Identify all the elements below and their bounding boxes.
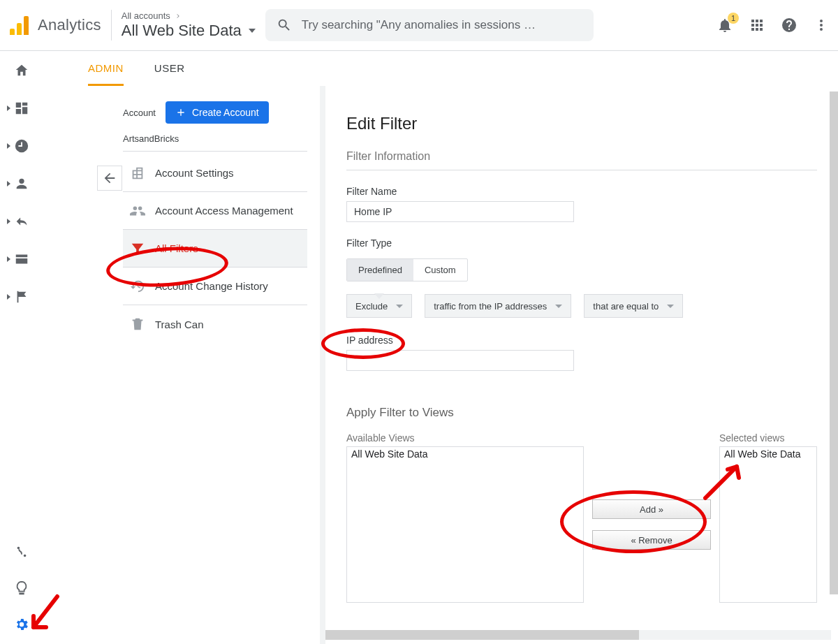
search-placeholder: Try searching "Any anomalies in sessions… bbox=[302, 18, 536, 32]
divider bbox=[123, 151, 307, 152]
list-item[interactable]: All Web Site Data bbox=[724, 448, 812, 460]
admin-tabs: ADMIN USER bbox=[68, 51, 838, 86]
rail-discover[interactable] bbox=[8, 577, 36, 599]
menu-label: Account Change History bbox=[155, 280, 268, 292]
chevron-right-icon bbox=[7, 294, 10, 300]
create-account-button[interactable]: Create Account bbox=[166, 101, 269, 124]
more-button[interactable] bbox=[813, 17, 830, 34]
dropdown-label: traffic from the IP addresses bbox=[434, 301, 547, 312]
ip-address-label: IP address bbox=[346, 335, 817, 346]
help-icon bbox=[781, 17, 797, 34]
horizontal-scrollbar[interactable] bbox=[325, 630, 831, 640]
menu-account-access[interactable]: Account Access Management bbox=[123, 192, 307, 230]
rail-acquisition[interactable] bbox=[8, 210, 36, 233]
filter-type-label: Filter Type bbox=[346, 237, 817, 249]
clock-icon bbox=[14, 138, 29, 154]
menu-all-filters[interactable]: All Filters bbox=[123, 230, 307, 268]
rail-conversions[interactable] bbox=[8, 286, 36, 308]
filter-type-predefined[interactable]: Predefined bbox=[347, 259, 413, 281]
toggle-indicator-icon bbox=[374, 293, 384, 299]
breadcrumb-title[interactable]: All Web Site Data bbox=[122, 22, 256, 40]
brand-name: Analytics bbox=[38, 16, 101, 34]
apps-button[interactable] bbox=[749, 17, 765, 34]
section-filter-info: Filter Information bbox=[346, 150, 817, 163]
menu-label: All Filters bbox=[155, 242, 198, 254]
scrollbar-thumb[interactable] bbox=[830, 92, 838, 594]
scrollbar-thumb[interactable] bbox=[325, 630, 639, 640]
rail-attribution[interactable] bbox=[8, 541, 36, 563]
people-icon bbox=[130, 203, 145, 219]
dashboard-icon bbox=[14, 101, 29, 116]
apps-grid-icon bbox=[749, 17, 765, 34]
building-icon bbox=[130, 166, 145, 181]
lightbulb-icon bbox=[14, 580, 29, 596]
remove-view-button[interactable]: « Remove bbox=[592, 530, 711, 550]
filter-name-input[interactable] bbox=[346, 201, 574, 222]
ip-address-input[interactable] bbox=[346, 350, 574, 371]
caret-down-icon bbox=[396, 305, 403, 308]
chevron-right-icon bbox=[7, 219, 10, 224]
search-icon bbox=[277, 17, 292, 33]
history-icon bbox=[130, 279, 145, 294]
caret-down-icon bbox=[555, 305, 562, 308]
rail-admin[interactable] bbox=[8, 613, 36, 636]
rail-audience[interactable] bbox=[8, 173, 36, 195]
help-button[interactable] bbox=[781, 17, 797, 34]
plus-icon bbox=[175, 107, 186, 118]
caret-down-icon bbox=[249, 29, 256, 33]
home-icon bbox=[14, 63, 29, 78]
notifications-button[interactable]: 1 bbox=[716, 17, 733, 34]
top-icons: 1 bbox=[716, 17, 830, 34]
trash-icon bbox=[130, 316, 145, 332]
dropdown-expression[interactable]: that are equal to bbox=[584, 294, 683, 318]
tab-admin[interactable]: ADMIN bbox=[88, 62, 124, 86]
admin-main: Account Create Account ArtsandBricks Acc… bbox=[68, 86, 838, 644]
create-account-label: Create Account bbox=[192, 107, 259, 118]
rail-realtime[interactable] bbox=[8, 135, 36, 157]
apply-filter-heading: Apply Filter to Views bbox=[346, 406, 817, 420]
selected-views-listbox[interactable]: All Web Site Data bbox=[719, 446, 817, 603]
more-vert-icon bbox=[813, 17, 830, 34]
predefined-filter-dropdowns: Exclude traffic from the IP addresses th… bbox=[346, 294, 817, 318]
search-box[interactable]: Try searching "Any anomalies in sessions… bbox=[265, 9, 594, 41]
chevron-right-icon bbox=[7, 256, 10, 262]
dropdown-label: Exclude bbox=[355, 301, 388, 312]
available-views-listbox[interactable]: All Web Site Data bbox=[346, 446, 584, 603]
menu-account-settings[interactable]: Account Settings bbox=[123, 154, 307, 192]
filter-type-toggle: Predefined Custom bbox=[346, 258, 468, 281]
analytics-logo-icon bbox=[10, 15, 29, 35]
caret-down-icon bbox=[667, 305, 674, 308]
filter-name-label: Filter Name bbox=[346, 186, 817, 197]
page-title: Edit Filter bbox=[346, 114, 817, 133]
brand-logo: Analytics bbox=[10, 15, 101, 35]
rail-reports[interactable] bbox=[8, 97, 36, 119]
flag-icon bbox=[14, 289, 29, 305]
menu-trash-can[interactable]: Trash Can bbox=[123, 305, 307, 343]
account-menu: Account Settings Account Access Manageme… bbox=[123, 154, 307, 343]
left-nav-rail bbox=[0, 51, 43, 644]
dropdown-traffic-source[interactable]: traffic from the IP addresses bbox=[425, 294, 571, 318]
rail-home[interactable] bbox=[8, 59, 36, 82]
dropdown-label: that are equal to bbox=[593, 301, 659, 312]
current-account-name: ArtsandBricks bbox=[123, 133, 307, 144]
menu-change-history[interactable]: Account Change History bbox=[123, 268, 307, 305]
back-button[interactable] bbox=[97, 166, 122, 191]
chevron-right-icon bbox=[7, 181, 10, 186]
card-icon bbox=[14, 251, 29, 267]
arrow-left-icon bbox=[102, 170, 117, 186]
list-item[interactable]: All Web Site Data bbox=[351, 448, 579, 460]
share-arrow-icon bbox=[14, 214, 29, 229]
available-views-label: Available Views bbox=[346, 432, 584, 444]
vertical-scrollbar[interactable] bbox=[830, 92, 838, 594]
account-view-selector[interactable]: All accounts All Web Site Data bbox=[122, 10, 256, 40]
add-view-button[interactable]: Add » bbox=[592, 499, 711, 519]
filter-type-custom[interactable]: Custom bbox=[413, 259, 467, 281]
gear-icon bbox=[14, 617, 29, 632]
breadcrumb-top: All accounts bbox=[122, 10, 256, 22]
admin-stage: ADMIN USER Account Create Account Artsan… bbox=[68, 51, 838, 644]
chevron-right-icon bbox=[7, 105, 10, 111]
edit-filter-panel: Edit Filter Filter Information Filter Na… bbox=[325, 86, 838, 644]
tab-user[interactable]: USER bbox=[154, 62, 185, 86]
menu-label: Trash Can bbox=[155, 319, 203, 330]
rail-behavior[interactable] bbox=[8, 248, 36, 270]
